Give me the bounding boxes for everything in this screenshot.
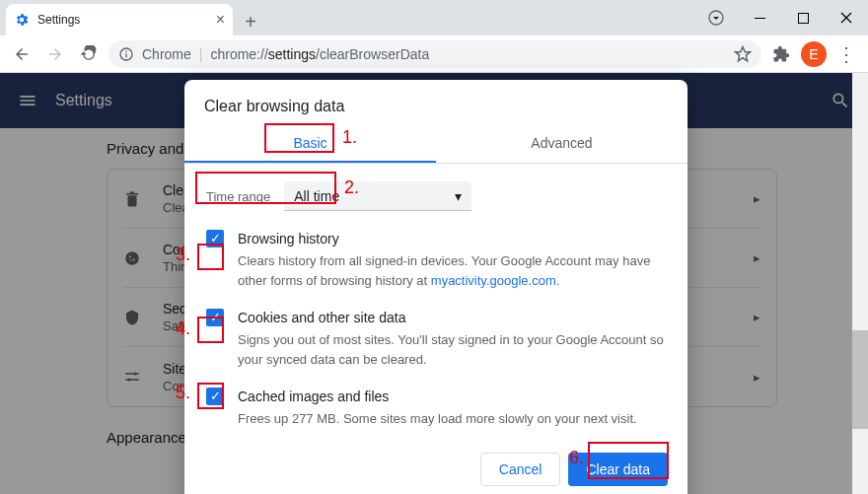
browser-tabstrip: Settings × + <box>0 0 868 35</box>
checkbox-cookies[interactable]: ✓ <box>206 309 224 326</box>
time-range-label: Time range <box>206 189 270 204</box>
clear-data-button[interactable]: Clear data <box>568 453 668 486</box>
cancel-button[interactable]: Cancel <box>480 453 561 486</box>
omnibox[interactable]: Chrome | chrome://settings/clearBrowserD… <box>108 40 761 68</box>
tab-basic[interactable]: Basic <box>184 125 436 163</box>
close-window-button[interactable] <box>825 3 868 33</box>
close-tab-icon[interactable]: × <box>216 11 225 29</box>
dropdown-arrow-icon: ▾ <box>455 188 462 204</box>
site-info-icon[interactable] <box>118 46 134 62</box>
address-bar: Chrome | chrome://settings/clearBrowserD… <box>0 35 868 73</box>
maximize-button[interactable] <box>781 3 825 33</box>
url-text: chrome://settings/clearBrowserData <box>210 46 429 62</box>
tab-title: Settings <box>37 13 80 27</box>
option-cookies: ✓ Cookies and other site data Signs you … <box>206 308 666 369</box>
scrollbar-track[interactable] <box>852 73 868 494</box>
scrollbar-thumb[interactable] <box>852 330 868 429</box>
dialog-tabs: Basic Advanced <box>184 125 687 164</box>
back-button[interactable] <box>8 40 36 68</box>
time-range-row: Time range All time ▾ <box>206 181 666 211</box>
browser-tab[interactable]: Settings × <box>6 4 233 35</box>
account-indicator-icon[interactable] <box>694 3 738 33</box>
checkbox-cached[interactable]: ✓ <box>206 388 224 405</box>
checkbox-browsing-history[interactable]: ✓ <box>206 230 224 247</box>
extensions-icon[interactable] <box>767 40 795 68</box>
time-range-select[interactable]: All time ▾ <box>284 181 471 211</box>
profile-avatar[interactable]: E <box>801 41 827 67</box>
svg-point-6 <box>125 50 127 52</box>
option-browsing-history: ✓ Browsing history Clears history from a… <box>206 229 666 290</box>
dialog-title: Clear browsing data <box>184 80 687 125</box>
svg-rect-2 <box>798 13 808 23</box>
option-cached: ✓ Cached images and files Frees up 277 M… <box>206 387 666 429</box>
new-tab-button[interactable]: + <box>237 8 264 35</box>
forward-button[interactable] <box>41 40 69 68</box>
reload-button[interactable] <box>75 40 103 68</box>
clear-data-dialog: Clear browsing data Basic Advanced Time … <box>184 80 687 494</box>
window-controls <box>694 0 868 35</box>
svg-rect-7 <box>125 53 126 57</box>
url-prefix: Chrome <box>142 46 191 62</box>
tab-advanced[interactable]: Advanced <box>436 125 687 163</box>
link-myactivity[interactable]: myactivity.google.com <box>431 273 556 288</box>
browser-menu-button[interactable]: ⋮ <box>832 40 860 68</box>
bookmark-star-icon[interactable] <box>734 45 752 63</box>
gear-icon <box>14 12 30 28</box>
minimize-button[interactable] <box>738 3 781 33</box>
